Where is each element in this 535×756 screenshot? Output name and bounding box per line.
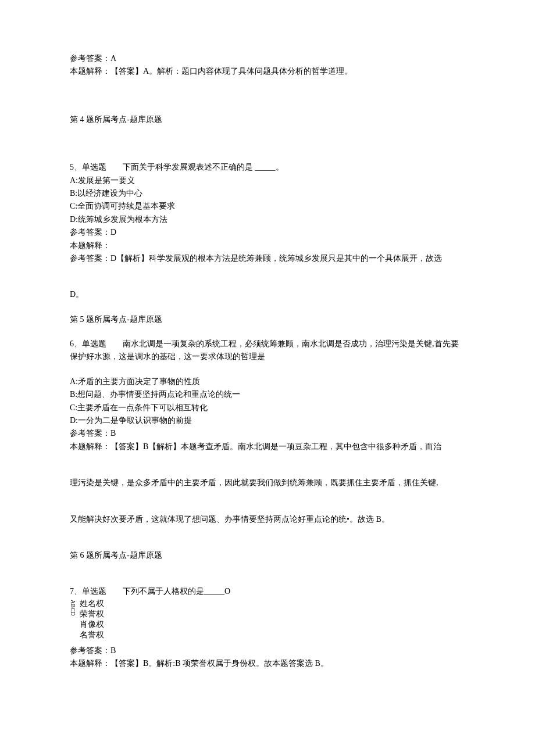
q4-topic: 第 4 题所属考点-题库原题 bbox=[70, 113, 465, 126]
spacer bbox=[70, 302, 465, 313]
q6-answer: 参考答案：B bbox=[70, 427, 465, 440]
q6-explanation-line3: 又能解决好次要矛盾，这就体现了想问题、办事情要坚持两点论好重点论的统•。故选 B… bbox=[70, 513, 465, 526]
q6-explanation-line1: 本题解释：【答案】B【解析】本题考查矛盾。南水北调是一项豆杂工程，其中包含中很多… bbox=[70, 440, 465, 453]
q7-question: 7、单选题 下列不属于人格权的是_____O bbox=[70, 585, 465, 598]
q6-topic: 第 6 题所属考点-题库原题 bbox=[70, 549, 465, 562]
q5-option-d: D:统筹城乡发展为根本方法 bbox=[70, 213, 465, 226]
spacer bbox=[70, 562, 465, 585]
q7-answer: 参考答案：B bbox=[70, 644, 465, 657]
spacer bbox=[70, 326, 465, 338]
q7-options: ABCD 姓名权 荣誉权 肖像权 名誉权 bbox=[70, 599, 465, 641]
q6-option-c: C:主要矛盾在一点条件下可以相互转化 bbox=[70, 402, 465, 414]
spacer bbox=[70, 453, 465, 476]
q5-option-b: B:以经济建设为中心 bbox=[70, 187, 465, 200]
q6-question: 6、单选题 南水北调是一项复杂的系统工程，必须统筹兼顾，南水北调是否成功，治理污… bbox=[70, 338, 465, 364]
q5-answer: 参考答案：D bbox=[70, 226, 465, 239]
q6-option-b: B:想问题、办事情要坚持两点论和重点论的统一 bbox=[70, 388, 465, 401]
q7-option-b: 荣誉权 bbox=[80, 609, 104, 619]
q7-explanation: 本题解释：【答案】B。解析:B 项荣誉权属于身份权。故本题答案选 B。 bbox=[70, 657, 465, 670]
q5-question: 5、单选题 下面关于科学发展观表述不正确的是 _____。 bbox=[70, 161, 465, 174]
q5-explanation-line1: 参考答案：D【解析】科学发展观的根本方法是统筹兼顾，统筹城乡发展只是其中的一个具… bbox=[70, 252, 465, 265]
q7-option-a: 姓名权 bbox=[80, 599, 104, 609]
q5-option-c: C:全面协调可持续是基本要求 bbox=[70, 200, 465, 213]
spacer bbox=[70, 78, 465, 113]
spacer bbox=[70, 364, 465, 375]
q6-explanation-line2: 理污染是关键，是众多矛盾中的主要矛盾，因此就要我们做到统筹兼顾，既要抓住主要矛盾… bbox=[70, 476, 465, 489]
q7-option-d: 名誉权 bbox=[80, 630, 104, 640]
spacer bbox=[70, 490, 465, 513]
spacer bbox=[70, 526, 465, 549]
q5-option-a: A:发展是第一要义 bbox=[70, 174, 465, 187]
spacer bbox=[70, 126, 465, 161]
q5-explanation-label: 本题解释： bbox=[70, 239, 465, 252]
q5-topic: 第 5 题所属考点-题库原题 bbox=[70, 313, 465, 326]
q7-option-c: 肖像权 bbox=[80, 619, 104, 630]
q6-option-a: A:矛盾的主要方面决定了事物的性质 bbox=[70, 375, 465, 388]
spacer bbox=[70, 265, 465, 288]
q5-question-text: 5、单选题 下面关于科学发展观表述不正确的是 _____。 bbox=[70, 163, 284, 171]
q5-explanation-line2: D。 bbox=[70, 288, 465, 301]
q4-explanation: 本题解释：【答案】A。解析：题口内容体现了具体问题具体分析的哲学道理。 bbox=[70, 65, 465, 78]
q4-answer: 参考答案：A bbox=[70, 52, 465, 65]
q6-option-d: D:一分为二是争取认识事物的前提 bbox=[70, 414, 465, 427]
q7-option-labels: ABCD bbox=[70, 600, 76, 616]
